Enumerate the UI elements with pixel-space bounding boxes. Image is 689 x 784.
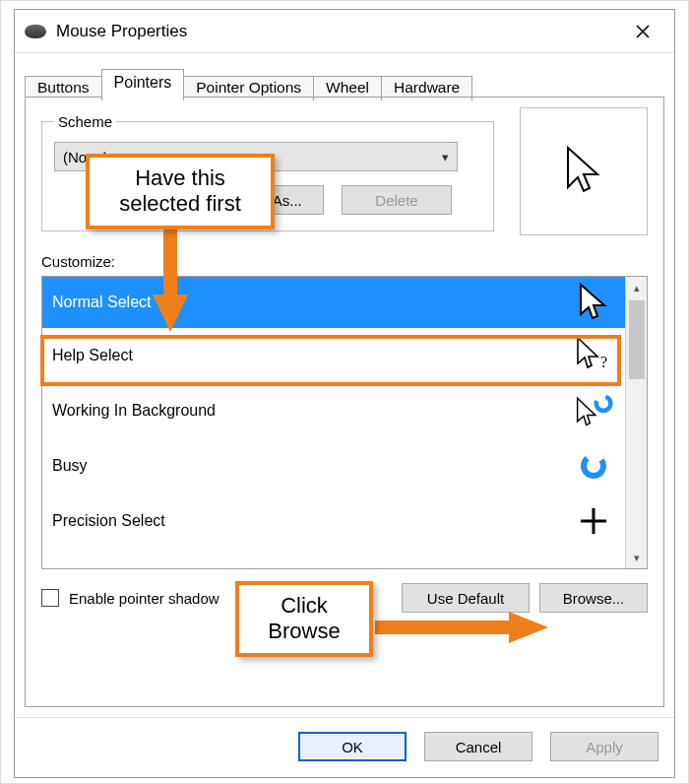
svg-point-2 (584, 456, 603, 476)
arrow-icon (574, 283, 613, 322)
cursor-preview (520, 107, 648, 235)
tab-strip: Buttons Pointers Pointer Options Wheel H… (15, 53, 674, 97)
annotation-arrow-2 (375, 608, 552, 647)
scroll-down-icon[interactable]: ▾ (626, 547, 647, 568)
mouse-properties-dialog: Mouse Properties Buttons Pointers Pointe… (14, 9, 675, 778)
svg-text:?: ? (600, 354, 607, 370)
annotation-arrow-1 (149, 229, 208, 338)
spin-icon (574, 451, 613, 481)
arrow-help-icon: ? (574, 336, 613, 375)
list-item-help-select[interactable]: Help Select ? (42, 328, 625, 383)
title-bar: Mouse Properties (15, 10, 674, 53)
list-item-busy[interactable]: Busy (42, 438, 625, 493)
arrow-spin-icon (574, 391, 613, 430)
scheme-legend: Scheme (54, 113, 116, 130)
scroll-thumb[interactable] (629, 300, 645, 379)
close-button[interactable] (621, 12, 664, 51)
enable-shadow-checkbox[interactable] (41, 589, 59, 607)
tab-pointers[interactable]: Pointers (101, 69, 185, 98)
annotation-callout-2: Click Browse (235, 581, 373, 657)
list-item-working-background[interactable]: Working In Background (42, 383, 625, 438)
scroll-up-icon[interactable]: ▴ (626, 277, 647, 298)
delete-button: Delete (342, 185, 452, 215)
ok-button[interactable]: OK (298, 732, 407, 761)
cursor-listbox[interactable]: Normal Select Help Select ? (41, 276, 648, 569)
annotation-callout-1: Have this selected first (86, 154, 275, 229)
mouse-icon (25, 25, 46, 38)
list-item-normal-select[interactable]: Normal Select (42, 277, 625, 328)
browse-button[interactable]: Browse... (539, 583, 648, 613)
customize-label: Customize: (41, 253, 648, 270)
list-item-precision-select[interactable]: Precision Select (42, 493, 625, 549)
enable-shadow-label: Enable pointer shadow (69, 590, 219, 607)
dialog-button-row: OK Cancel Apply (15, 717, 674, 777)
window-title: Mouse Properties (56, 22, 621, 41)
scrollbar[interactable]: ▴ ▾ (625, 277, 647, 568)
apply-button: Apply (550, 732, 658, 761)
cancel-button[interactable]: Cancel (424, 732, 532, 761)
cross-icon (574, 506, 613, 536)
svg-point-1 (596, 396, 611, 411)
chevron-down-icon: ▾ (442, 150, 449, 164)
